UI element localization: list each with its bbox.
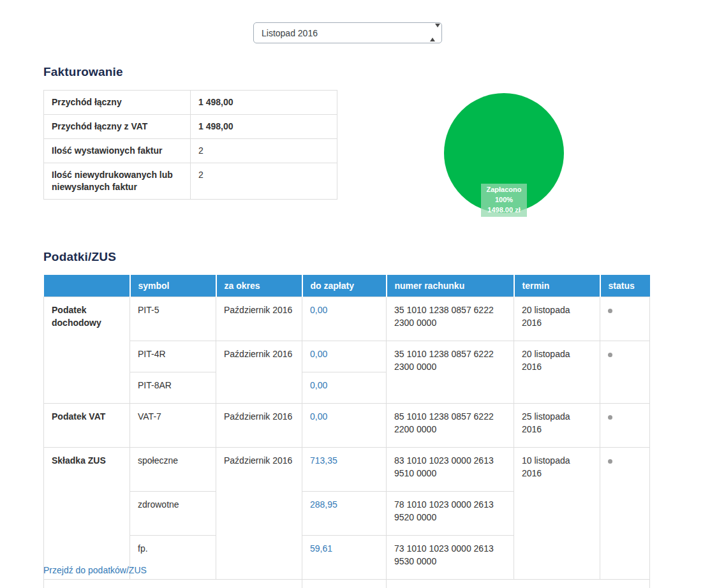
invoicing-row-label: Ilość wystawionych faktur [44, 139, 191, 163]
table-row: Ilość wystawionych faktur 2 [44, 139, 337, 163]
column-header-due: termin [514, 275, 600, 297]
account-number: 78 1010 1023 0000 2613 9520 0000 [387, 492, 514, 536]
amount-due-link[interactable]: 0,00 [310, 380, 327, 390]
tax-group-label: Składka ZUS [44, 448, 130, 580]
taxes-table: symbol za okres do zapłaty numer rachunk… [43, 275, 650, 588]
tax-group-label: Podatek dochodowy [44, 297, 130, 404]
table-row: Składka ZUS społeczne Październik 2016 7… [44, 448, 650, 492]
column-header-period: za okres [216, 275, 302, 297]
invoicing-row-value: 1 498,00 [191, 115, 337, 139]
month-select[interactable]: Listopad 2016 [253, 22, 442, 43]
invoicing-row-label: Przychód łączny [44, 91, 191, 115]
invoicing-row-value: 1 498,00 [191, 91, 337, 115]
tax-symbol: VAT-7 [130, 404, 216, 448]
pie-label-percent: 100% [484, 195, 524, 205]
dashboard-page: Listopad 2016 Fakturowanie Przychód łącz… [0, 0, 710, 588]
invoicing-row-label: Przychód łączny z VAT [44, 115, 191, 139]
table-row: Przychód łączny 1 498,00 [44, 91, 337, 115]
tax-symbol: PIT-5 [130, 297, 216, 341]
column-header-status: status [600, 275, 650, 297]
pie-label-name: Zapłacono [484, 184, 524, 195]
invoicing-summary-table: Przychód łączny 1 498,00 Przychód łączny… [43, 90, 337, 200]
status-dot-icon [608, 353, 612, 357]
column-header-symbol: symbol [130, 275, 216, 297]
account-number: 35 1010 1238 0857 6222 2300 0000 [387, 297, 514, 341]
tax-group-label: Podatek VAT [44, 404, 130, 448]
table-row: Przychód łączny z VAT 1 498,00 [44, 115, 337, 139]
table-row: Podatek VAT VAT-7 Październik 2016 0,00 … [44, 404, 650, 448]
go-to-taxes-link[interactable]: Przejdź do podatków/ZUS [43, 565, 147, 575]
amount-due-link[interactable]: 713,35 [310, 455, 337, 466]
pie-label-amount: 1498.00 zł [484, 205, 524, 215]
amount-due-link[interactable]: 0,00 [310, 411, 327, 422]
account-number: 83 1010 1023 0000 2613 9510 0000 [387, 448, 514, 492]
column-header-group [44, 275, 130, 297]
status-dot-icon [608, 459, 612, 464]
status-cell [600, 297, 650, 341]
tax-period: Październik 2016 [216, 297, 302, 341]
total-value: 1 061,91 [302, 580, 387, 588]
column-header-account: numer rachunku [387, 275, 514, 297]
pie-slice-label: Zapłacono 100% 1498.00 zł [481, 184, 527, 217]
account-number: 35 1010 1238 0857 6222 2300 0000 [387, 341, 514, 404]
amount-due-link[interactable]: 288,95 [310, 499, 337, 510]
invoicing-row-label: Ilość niewydrukowanych lub niewysłanych … [44, 163, 191, 200]
column-header-amount: do zapłaty [302, 275, 387, 297]
invoicing-row-value: 2 [191, 139, 337, 163]
tax-symbol: zdrowotne [130, 492, 216, 536]
due-date: 20 listopada 2016 [514, 341, 600, 404]
status-cell [600, 341, 650, 404]
tax-period: Październik 2016 [216, 448, 302, 580]
due-date: 25 listopada 2016 [514, 404, 600, 448]
status-dot-icon [608, 309, 612, 313]
month-selector: Listopad 2016 [253, 22, 442, 43]
invoicing-row-value: 2 [191, 163, 337, 200]
tax-symbol: PIT-4R [130, 341, 216, 372]
paid-invoices-pie-chart: Zapłacono 100% 1498.00 zł [444, 93, 564, 218]
amount-due-link[interactable]: 59,61 [310, 543, 332, 554]
tax-symbol: społeczne [130, 448, 216, 492]
taxes-section-title: Podatki/ZUS [43, 250, 116, 264]
account-number: 73 1010 1023 0000 2613 9530 0000 [387, 536, 514, 580]
tax-period: Październik 2016 [216, 341, 302, 404]
table-row: Podatek dochodowy PIT-5 Październik 2016… [44, 297, 650, 341]
table-row: PIT-4R Październik 2016 0,00 35 1010 123… [44, 341, 650, 372]
taxes-header-row: symbol za okres do zapłaty numer rachunk… [44, 275, 650, 297]
total-label: Razem: [44, 580, 302, 588]
account-number: 85 1010 1238 0857 6222 2200 0000 [387, 404, 514, 448]
status-dot-icon [608, 415, 612, 420]
taxes-total-row: Razem: 1 061,91 [44, 580, 650, 588]
amount-due-link[interactable]: 0,00 [310, 305, 327, 315]
status-cell [600, 448, 650, 580]
tax-period: Październik 2016 [216, 404, 302, 448]
tax-symbol: PIT-8AR [130, 372, 216, 404]
due-date: 10 listopada 2016 [514, 448, 600, 580]
invoicing-section-title: Fakturowanie [43, 65, 123, 79]
status-cell [600, 404, 650, 448]
amount-due-link[interactable]: 0,00 [310, 349, 327, 359]
due-date: 20 listopada 2016 [514, 297, 600, 341]
total-empty-cell [387, 580, 650, 588]
table-row: Ilość niewydrukowanych lub niewysłanych … [44, 163, 337, 200]
